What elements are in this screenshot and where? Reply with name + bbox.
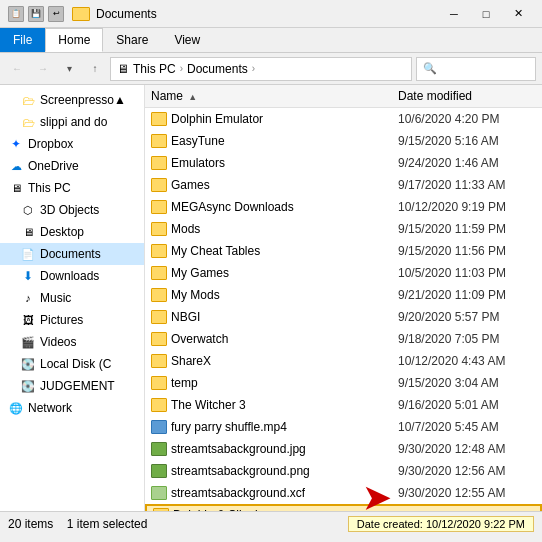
quick-access-icon: 📋 — [8, 6, 24, 22]
file-row[interactable]: Dolphin Emulator 10/6/2020 4:20 PM — [145, 108, 542, 130]
file-name-label: temp — [171, 376, 198, 390]
file-rows-container: Dolphin Emulator 10/6/2020 4:20 PM EasyT… — [145, 108, 542, 511]
folder-icon: 🗁 — [20, 114, 36, 130]
close-button[interactable]: ✕ — [502, 4, 534, 24]
file-row[interactable]: streamtsabackground.xcf 9/30/2020 12:55 … — [145, 482, 542, 504]
address-path[interactable]: 🖥 This PC › Documents › — [110, 57, 412, 81]
file-row[interactable]: ShareX 10/12/2020 4:43 AM — [145, 350, 542, 372]
file-date-cell: 9/18/2020 7:05 PM — [392, 332, 542, 346]
3d-icon: ⬡ — [20, 202, 36, 218]
file-date-cell: 10/12/2020 4:43 AM — [392, 354, 542, 368]
status-bar: 20 items 1 item selected Date created: 1… — [0, 511, 542, 535]
sidebar-item-documents[interactable]: 📄 Documents — [0, 243, 144, 265]
folder-icon — [151, 310, 167, 324]
sidebar-item-videos[interactable]: 🎬 Videos — [0, 331, 144, 353]
file-date-cell: 9/15/2020 11:56 PM — [392, 244, 542, 258]
sidebar-item-network[interactable]: 🌐 Network — [0, 397, 144, 419]
file-name-cell: Games — [145, 178, 392, 192]
file-row[interactable]: streamtsabackground.jpg 9/30/2020 12:48 … — [145, 438, 542, 460]
sidebar-item-onedrive[interactable]: ☁ OneDrive — [0, 155, 144, 177]
sidebar-item-music[interactable]: ♪ Music — [0, 287, 144, 309]
sidebar-item-desktop[interactable]: 🖥 Desktop — [0, 221, 144, 243]
file-name-label: Overwatch — [171, 332, 228, 346]
tab-view[interactable]: View — [161, 28, 213, 52]
file-date-cell: 10/5/2020 11:03 PM — [392, 266, 542, 280]
sidebar-item-screenpresso[interactable]: 🗁 Screenpresso▲ — [0, 89, 144, 111]
dropbox-icon: ✦ — [8, 136, 24, 152]
file-row[interactable]: EasyTune 9/15/2020 5:16 AM — [145, 130, 542, 152]
file-row[interactable]: The Witcher 3 9/16/2020 5:01 AM — [145, 394, 542, 416]
maximize-button[interactable]: □ — [470, 4, 502, 24]
file-name-label: NBGI — [171, 310, 200, 324]
file-row[interactable]: streamtsabackground.png 9/30/2020 12:56 … — [145, 460, 542, 482]
file-name-cell: ShareX — [145, 354, 392, 368]
tab-home[interactable]: Home — [45, 28, 103, 52]
sidebar-item-pictures[interactable]: 🖼 Pictures — [0, 309, 144, 331]
file-row[interactable]: My Games 10/5/2020 11:03 PM — [145, 262, 542, 284]
sidebar: 🗁 Screenpresso▲ 🗁 slippi and do ✦ Dropbo… — [0, 85, 145, 511]
file-row[interactable]: Games 9/17/2020 11:33 AM — [145, 174, 542, 196]
file-name-label: Dolphin Emulator — [171, 112, 263, 126]
file-row[interactable]: Emulators 9/24/2020 1:46 AM — [145, 152, 542, 174]
file-name-label: Dolphin & Slippi — [173, 508, 258, 511]
file-name-cell: The Witcher 3 — [145, 398, 392, 412]
minimize-button[interactable]: ─ — [438, 4, 470, 24]
file-name-label: My Cheat Tables — [171, 244, 260, 258]
file-row[interactable]: NBGI 9/20/2020 5:57 PM — [145, 306, 542, 328]
tab-share[interactable]: Share — [103, 28, 161, 52]
file-name-label: The Witcher 3 — [171, 398, 246, 412]
undo-icon: ↩ — [48, 6, 64, 22]
title-bar-icons: 📋 💾 ↩ — [8, 6, 64, 22]
path-this-pc[interactable]: This PC — [133, 62, 176, 76]
sidebar-item-localdisk[interactable]: 💽 Local Disk (C — [0, 353, 144, 375]
window-title: Documents — [96, 7, 157, 21]
back-button[interactable]: ← — [6, 58, 28, 80]
red-arrow: ➤ — [363, 482, 390, 514]
file-row[interactable]: My Cheat Tables 9/15/2020 11:56 PM — [145, 240, 542, 262]
tab-file[interactable]: File — [0, 28, 45, 52]
folder-icon — [151, 288, 167, 302]
file-row[interactable]: Overwatch 9/18/2020 7:05 PM — [145, 328, 542, 350]
file-date-cell: 9/30/2020 12:56 AM — [392, 464, 542, 478]
folder-icon — [151, 266, 167, 280]
videos-icon: 🎬 — [20, 334, 36, 350]
main-layout: 🗁 Screenpresso▲ 🗁 slippi and do ✦ Dropbo… — [0, 85, 542, 511]
folder-icon — [151, 222, 167, 236]
file-row[interactable]: temp 9/15/2020 3:04 AM — [145, 372, 542, 394]
sidebar-item-judgement[interactable]: 💽 JUDGEMENT — [0, 375, 144, 397]
sidebar-item-thispc[interactable]: 🖥 This PC — [0, 177, 144, 199]
file-row[interactable]: Mods 9/15/2020 11:59 PM — [145, 218, 542, 240]
downloads-icon: ⬇ — [20, 268, 36, 284]
file-row[interactable]: Dolphin & Slippi — [145, 504, 542, 511]
folder-icon — [151, 200, 167, 214]
file-row[interactable]: My Mods 9/21/2020 11:09 PM — [145, 284, 542, 306]
forward-button[interactable]: → — [32, 58, 54, 80]
file-name-cell: My Cheat Tables — [145, 244, 392, 258]
ribbon-tabs: File Home Share View — [0, 28, 542, 52]
address-bar: ← → ▾ ↑ 🖥 This PC › Documents › 🔍 — [0, 53, 542, 85]
sidebar-item-dropbox[interactable]: ✦ Dropbox — [0, 133, 144, 155]
dropdown-button[interactable]: ▾ — [58, 58, 80, 80]
file-name-cell: streamtsabackground.jpg — [145, 442, 392, 456]
sidebar-label: Screenpresso▲ — [40, 93, 126, 107]
up-button[interactable]: ↑ — [84, 58, 106, 80]
network-icon: 🌐 — [8, 400, 24, 416]
search-box[interactable]: 🔍 — [416, 57, 536, 81]
sidebar-item-slippi[interactable]: 🗁 slippi and do — [0, 111, 144, 133]
file-name-cell: fury parry shuffle.mp4 — [145, 420, 392, 434]
sidebar-item-3dobjects[interactable]: ⬡ 3D Objects — [0, 199, 144, 221]
file-date-cell: 9/15/2020 3:04 AM — [392, 376, 542, 390]
documents-icon: 📄 — [20, 246, 36, 262]
quick-save-icon: 💾 — [28, 6, 44, 22]
path-documents[interactable]: Documents — [187, 62, 248, 76]
date-created-value: 10/12/2020 9:22 PM — [426, 518, 525, 530]
file-row[interactable]: fury parry shuffle.mp4 10/7/2020 5:45 AM — [145, 416, 542, 438]
header-name[interactable]: Name ▲ — [145, 87, 392, 105]
file-name-label: Mods — [171, 222, 200, 236]
image-icon — [151, 442, 167, 456]
file-row[interactable]: MEGAsync Downloads 10/12/2020 9:19 PM — [145, 196, 542, 218]
header-date[interactable]: Date modified — [392, 87, 542, 105]
sidebar-item-downloads[interactable]: ⬇ Downloads — [0, 265, 144, 287]
pictures-icon: 🖼 — [20, 312, 36, 328]
header-name-label: Name — [151, 89, 183, 103]
